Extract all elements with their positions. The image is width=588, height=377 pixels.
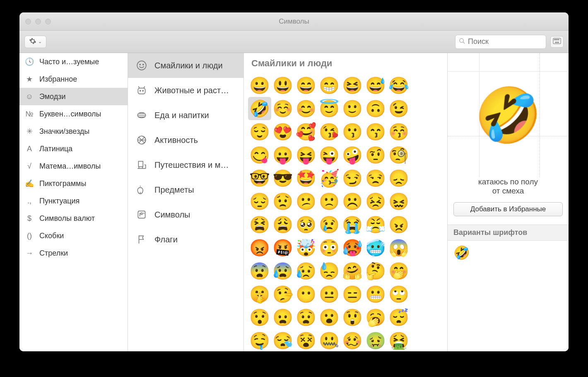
- emoji-cell[interactable]: 😓: [318, 259, 341, 283]
- emoji-cell[interactable]: 😖: [387, 190, 410, 213]
- emoji-cell[interactable]: 😆: [341, 74, 364, 97]
- emoji-cell[interactable]: 🤭: [387, 259, 410, 283]
- sidebar-item[interactable]: ✍Пиктограммы: [19, 175, 128, 192]
- emoji-cell[interactable]: 😵: [294, 329, 318, 351]
- font-variant[interactable]: 🤣: [453, 245, 470, 261]
- emoji-cell[interactable]: 😘: [318, 120, 341, 143]
- emoji-cell[interactable]: 🤢: [364, 329, 387, 351]
- emoji-cell[interactable]: 😇: [318, 97, 341, 120]
- emoji-cell[interactable]: 😠: [387, 213, 410, 236]
- emoji-cell[interactable]: 😀: [248, 74, 271, 97]
- emoji-cell[interactable]: 😑: [341, 283, 364, 306]
- emoji-cell[interactable]: 😊: [294, 97, 318, 120]
- emoji-cell[interactable]: 🤪: [341, 143, 364, 167]
- emoji-cell[interactable]: 😅: [364, 74, 387, 97]
- sidebar-item[interactable]: №Буквен…символы: [19, 105, 128, 123]
- emoji-cell[interactable]: 😯: [248, 306, 271, 329]
- emoji-cell[interactable]: 🤗: [341, 259, 364, 283]
- emoji-cell[interactable]: 😬: [364, 283, 387, 306]
- emoji-cell[interactable]: 😩: [271, 213, 294, 236]
- emoji-cell[interactable]: 🥺: [294, 213, 318, 236]
- emoji-cell[interactable]: 🥵: [341, 236, 364, 259]
- emoji-cell[interactable]: 🥱: [364, 306, 387, 329]
- category-item[interactable]: Животные и раст…: [128, 78, 243, 103]
- emoji-cell[interactable]: 😁: [318, 74, 341, 97]
- emoji-cell[interactable]: 😋: [248, 143, 271, 167]
- emoji-cell[interactable]: 😢: [318, 213, 341, 236]
- emoji-cell[interactable]: 😣: [364, 190, 387, 213]
- emoji-cell[interactable]: 🤤: [248, 329, 271, 351]
- emoji-cell[interactable]: 🙁: [318, 190, 341, 213]
- emoji-cell[interactable]: 😧: [294, 306, 318, 329]
- emoji-cell[interactable]: ☺️: [271, 97, 294, 120]
- emoji-cell[interactable]: 🤓: [248, 167, 271, 190]
- emoji-cell[interactable]: 😃: [271, 74, 294, 97]
- emoji-cell[interactable]: 😛: [271, 143, 294, 167]
- emoji-cell[interactable]: 😥: [294, 259, 318, 283]
- emoji-cell[interactable]: 🤬: [271, 236, 294, 259]
- emoji-cell[interactable]: 🤨: [364, 143, 387, 167]
- keyboard-toggle-button[interactable]: [550, 36, 564, 48]
- add-favorites-button[interactable]: Добавить в Избранные: [453, 202, 563, 216]
- category-item[interactable]: Путешествия и м…: [128, 152, 243, 177]
- emoji-cell[interactable]: 😱: [387, 236, 410, 259]
- emoji-cell[interactable]: 🤥: [271, 283, 294, 306]
- sidebar-item[interactable]: $Символы валют: [19, 210, 128, 227]
- emoji-cell[interactable]: 😕: [294, 190, 318, 213]
- sidebar-item[interactable]: AЛатиница: [19, 140, 128, 157]
- sidebar-item[interactable]: ★Избранное: [19, 70, 128, 88]
- emoji-cell[interactable]: 🙃: [364, 97, 387, 120]
- emoji-cell[interactable]: 😰: [271, 259, 294, 283]
- emoji-cell[interactable]: 😏: [341, 167, 364, 190]
- emoji-cell[interactable]: 😳: [318, 236, 341, 259]
- emoji-cell[interactable]: 😨: [248, 259, 271, 283]
- emoji-cell[interactable]: 😍: [271, 120, 294, 143]
- category-item[interactable]: Символы: [128, 202, 243, 227]
- category-item[interactable]: Еда и напитки: [128, 103, 243, 128]
- emoji-cell[interactable]: 🤯: [294, 236, 318, 259]
- search-input[interactable]: [468, 37, 542, 46]
- category-item[interactable]: Активность: [128, 128, 243, 152]
- emoji-cell[interactable]: 🙄: [387, 283, 410, 306]
- emoji-cell[interactable]: 😡: [248, 236, 271, 259]
- emoji-cell[interactable]: 😂: [387, 74, 410, 97]
- emoji-cell[interactable]: 😎: [271, 167, 294, 190]
- emoji-cell[interactable]: 😐: [318, 283, 341, 306]
- emoji-cell[interactable]: 🧐: [387, 143, 410, 167]
- emoji-cell[interactable]: 😟: [271, 190, 294, 213]
- category-item[interactable]: Флаги: [128, 227, 243, 252]
- emoji-cell[interactable]: 😔: [248, 190, 271, 213]
- emoji-cell[interactable]: 😚: [387, 120, 410, 143]
- emoji-cell[interactable]: 😒: [364, 167, 387, 190]
- emoji-cell[interactable]: 😗: [341, 120, 364, 143]
- emoji-cell[interactable]: 😲: [341, 306, 364, 329]
- sidebar-item[interactable]: →Стрелки: [19, 244, 128, 262]
- emoji-cell[interactable]: 🤫: [248, 283, 271, 306]
- sidebar-item[interactable]: ()Скобки: [19, 227, 128, 244]
- emoji-cell[interactable]: 😌: [248, 120, 271, 143]
- emoji-cell[interactable]: 😴: [387, 306, 410, 329]
- emoji-cell[interactable]: 🤔: [364, 259, 387, 283]
- emoji-cell[interactable]: ☹️: [341, 190, 364, 213]
- emoji-cell[interactable]: 😫: [248, 213, 271, 236]
- emoji-cell[interactable]: 😮: [318, 306, 341, 329]
- emoji-cell[interactable]: 😙: [364, 120, 387, 143]
- sidebar-item[interactable]: ✳Значки/звезды: [19, 123, 128, 140]
- settings-menu-button[interactable]: ⌄: [24, 36, 46, 48]
- emoji-cell[interactable]: 😭: [341, 213, 364, 236]
- emoji-cell[interactable]: 😞: [387, 167, 410, 190]
- emoji-cell[interactable]: 😄: [294, 74, 318, 97]
- emoji-cell[interactable]: 🥰: [294, 120, 318, 143]
- emoji-cell[interactable]: 🤮: [387, 329, 410, 351]
- emoji-cell[interactable]: 🤐: [318, 329, 341, 351]
- titlebar[interactable]: Символы: [19, 12, 569, 31]
- sidebar-item[interactable]: ☺Эмодзи: [19, 88, 128, 105]
- emoji-cell[interactable]: 😪: [271, 329, 294, 351]
- emoji-cell[interactable]: 🤣: [248, 97, 271, 120]
- sidebar-item[interactable]: 🕓Часто и…зуемые: [19, 53, 128, 70]
- category-item[interactable]: Предметы: [128, 177, 243, 202]
- emoji-cell[interactable]: 😦: [271, 306, 294, 329]
- search-field[interactable]: [455, 35, 546, 49]
- emoji-cell[interactable]: 🙂: [341, 97, 364, 120]
- sidebar-item[interactable]: .,Пунктуация: [19, 192, 128, 210]
